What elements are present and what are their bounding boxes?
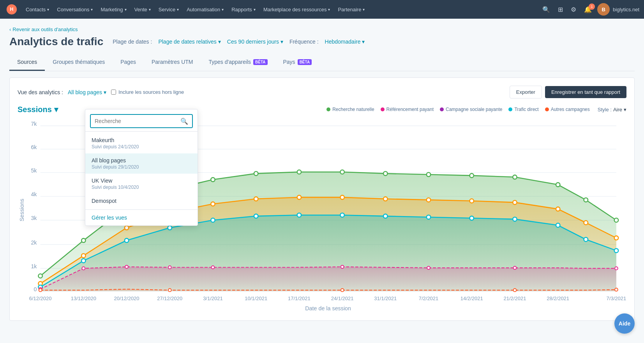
grid-icon[interactable]: ⊞	[556, 4, 565, 15]
nav-partenaire[interactable]: Partenaire▾	[334, 0, 369, 19]
svg-point-62	[470, 216, 474, 220]
search-input[interactable]	[91, 115, 176, 127]
chevron-down-icon: ▾	[54, 105, 58, 114]
settings-icon[interactable]: ⚙	[568, 4, 579, 15]
svg-point-75	[513, 266, 517, 269]
search-button[interactable]: 🔍	[540, 4, 552, 15]
svg-point-82	[615, 288, 618, 291]
tab-pages[interactable]: Pages	[113, 54, 144, 71]
nav-service[interactable]: Service▾	[155, 0, 183, 19]
svg-point-70	[125, 265, 128, 268]
svg-point-54	[125, 238, 129, 242]
referencement-dot	[381, 107, 385, 111]
svg-point-43	[340, 195, 344, 199]
campagne-dot	[440, 107, 444, 111]
svg-point-32	[556, 183, 560, 186]
save-report-button[interactable]: Enregistrer en tant que rapport	[545, 86, 626, 98]
svg-point-40	[211, 202, 215, 206]
svg-point-61	[427, 215, 431, 219]
svg-text:7/3/2021: 7/3/2021	[607, 296, 626, 301]
nav-conversations[interactable]: Conversations▾	[53, 0, 97, 19]
tab-groupes[interactable]: Groupes thématiques	[45, 54, 113, 71]
legend-trafic-direct: Trafic direct	[508, 107, 538, 112]
frequency-label: Fréquence :	[289, 39, 319, 45]
svg-marker-67	[41, 267, 616, 291]
svg-point-42	[297, 195, 301, 199]
svg-text:0: 0	[34, 286, 37, 292]
sessions-dropdown[interactable]: Sessions ▾	[18, 105, 58, 114]
svg-point-80	[341, 288, 344, 292]
svg-text:24/1/2021: 24/1/2021	[331, 296, 354, 301]
tab-devices[interactable]: Types d'appareils BÊTA	[201, 54, 275, 71]
svg-text:21/2/2021: 21/2/2021	[503, 296, 526, 301]
frequency-dropdown[interactable]: Hebdomadaire ▾	[325, 39, 365, 45]
trafic-direct-dot	[508, 107, 512, 111]
svg-point-63	[513, 217, 517, 221]
hubspot-logo[interactable]: H	[5, 2, 19, 16]
pays-beta-badge: BÊTA	[298, 59, 312, 65]
svg-point-44	[383, 197, 387, 201]
dropdown-item-makeurth[interactable]: Makeurth Suivi depuis 24/1/2020	[85, 133, 198, 153]
dropdown-item-all-blog-pages[interactable]: All blog pages Suivi depuis 29/1/2020	[85, 153, 198, 174]
date-range-type-dropdown[interactable]: Plage de dates relatives ▾	[158, 39, 221, 45]
date-range-value-dropdown[interactable]: Ces 90 derniers jours ▾	[227, 39, 283, 45]
chart-legend: Recherche naturelle Référencement payant…	[326, 107, 590, 112]
svg-point-21	[81, 238, 85, 242]
notification-button[interactable]: 🔔 1	[582, 4, 594, 15]
dropdown-item-name: UK View	[92, 178, 191, 184]
dropdown-item-uk-view[interactable]: UK View Suivi depuis 10/4/2020	[85, 174, 198, 194]
nav-vente[interactable]: Vente▾	[131, 0, 155, 19]
analytics-view-dropdown[interactable]: All blog pages ▾	[68, 89, 106, 95]
chevron-down-icon: ▾	[281, 39, 283, 45]
autres-campagnes-dot	[545, 107, 549, 111]
svg-text:14/2/2021: 14/2/2021	[461, 296, 483, 301]
svg-point-24	[211, 178, 215, 181]
svg-point-34	[614, 218, 618, 222]
back-link[interactable]: ‹ Revenir aux outils d'analytics	[9, 26, 635, 32]
svg-point-64	[556, 223, 560, 227]
export-button[interactable]: Exporter	[510, 86, 542, 99]
svg-point-20	[38, 274, 42, 278]
tab-utm[interactable]: Paramètres UTM	[144, 54, 201, 71]
offline-sources-label: Inclure les sources hors ligne	[118, 89, 184, 95]
chevron-down-icon: ▾	[624, 107, 626, 113]
manage-views-link[interactable]: Gérer les vues	[85, 210, 198, 225]
svg-point-47	[513, 201, 517, 204]
svg-point-26	[297, 170, 301, 174]
nav-marketplace[interactable]: Marketplace des ressources▾	[259, 0, 334, 19]
legend-recherche-naturelle: Recherche naturelle	[326, 107, 374, 112]
recherche-naturelle-dot	[326, 107, 330, 111]
svg-point-74	[427, 266, 430, 269]
tab-sources[interactable]: Sources	[9, 54, 45, 71]
dropdown-search-area: 🔍	[85, 109, 198, 131]
svg-point-33	[584, 198, 588, 202]
nav-contacts[interactable]: Contacts▾	[22, 0, 53, 19]
chart-top-right: Recherche naturelle Référencement payant…	[326, 107, 626, 113]
svg-point-29	[427, 172, 431, 176]
avatar[interactable]: B	[597, 3, 610, 16]
analytics-right-controls: Exporter Enregistrer en tant que rapport	[510, 86, 626, 99]
svg-point-27	[340, 170, 344, 174]
nav-marketing[interactable]: Marketing▾	[97, 0, 130, 19]
back-arrow-icon: ‹	[9, 26, 11, 32]
offline-sources-checkbox[interactable]	[111, 90, 116, 95]
style-dropdown[interactable]: Style : Aire ▾	[598, 107, 626, 113]
dropdown-item-name: Demospot	[92, 198, 191, 204]
topnav-right-section: 🔍 ⊞ ⚙ 🔔 1 B biglytics.net	[540, 3, 639, 16]
tab-pays[interactable]: Pays BÊTA	[275, 54, 320, 71]
svg-point-49	[584, 221, 588, 225]
nav-rapports[interactable]: Rapports▾	[228, 0, 259, 19]
nav-automatisation[interactable]: Automatisation▾	[183, 0, 228, 19]
analytics-view-label: Vue des analytics :	[18, 89, 63, 95]
page-title: Analytics de trafic	[9, 35, 103, 48]
svg-text:1k: 1k	[31, 263, 37, 269]
dropdown-item-name: Makeurth	[92, 137, 191, 143]
search-input-wrap: 🔍	[90, 114, 193, 128]
devices-beta-badge: BÊTA	[253, 59, 267, 65]
dropdown-item-demospot[interactable]: Demospot	[85, 194, 198, 208]
svg-point-73	[341, 265, 344, 268]
legend-referencement-payant: Référencement payant	[381, 107, 434, 112]
username-label[interactable]: biglytics.net	[613, 7, 639, 12]
search-icon-button[interactable]: 🔍	[176, 115, 192, 127]
svg-text:3/1/2021: 3/1/2021	[203, 296, 223, 301]
